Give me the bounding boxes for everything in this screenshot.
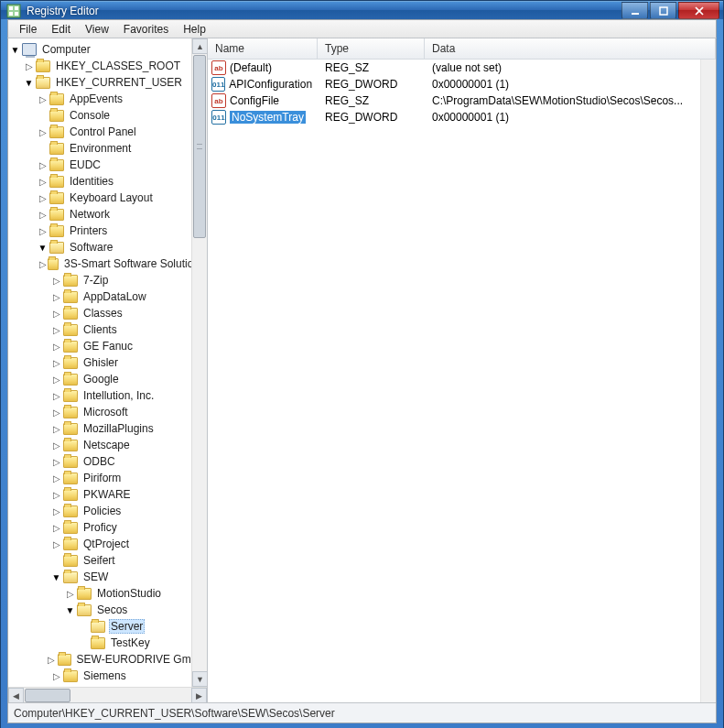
- maximize-button[interactable]: [650, 2, 676, 19]
- tree-node-hkcr[interactable]: ▷HKEY_CLASSES_ROOT: [8, 58, 207, 74]
- scroll-right-icon[interactable]: ▶: [191, 688, 207, 702]
- tree-node[interactable]: ▷PKWARE: [8, 486, 207, 503]
- tree-node[interactable]: ▷MozillaPlugins: [8, 420, 207, 437]
- collapse-icon[interactable]: ▼: [22, 78, 36, 88]
- close-button[interactable]: [678, 2, 719, 19]
- expand-icon[interactable]: ▷: [36, 210, 49, 220]
- list-row[interactable]: abConfigFileREG_SZC:\ProgramData\SEW\Mot…: [208, 92, 716, 109]
- tree-node[interactable]: ▷SEW-EURODRIVE GmbH: [8, 651, 207, 668]
- tree-node[interactable]: ▷ODBC: [8, 453, 207, 470]
- tree-node[interactable]: ▷3S-Smart Software Solutions: [8, 255, 207, 272]
- expand-icon[interactable]: ▷: [49, 391, 63, 401]
- title-bar[interactable]: Registry Editor: [1, 1, 723, 19]
- menu-edit[interactable]: Edit: [44, 21, 78, 38]
- expand-icon[interactable]: ▷: [49, 292, 63, 302]
- expand-icon[interactable]: ▷: [49, 424, 63, 434]
- expand-icon[interactable]: ▷: [49, 407, 63, 418]
- values-list[interactable]: Name Type Data ab(Default)REG_SZ(value n…: [208, 38, 716, 702]
- scroll-down-icon[interactable]: ▼: [192, 671, 208, 687]
- tree-node-hkcu[interactable]: ▼HKEY_CURRENT_USER: [8, 74, 207, 91]
- expand-icon[interactable]: ▷: [49, 539, 63, 549]
- tree-node[interactable]: Environment: [8, 140, 207, 157]
- tree-node[interactable]: ▷Siemens: [8, 668, 207, 684]
- expand-icon[interactable]: ▷: [36, 160, 49, 170]
- column-header-data[interactable]: Data: [425, 38, 716, 59]
- tree-horizontal-scrollbar[interactable]: ◀▶: [8, 687, 207, 702]
- tree-node[interactable]: ▷Netscape: [8, 437, 207, 453]
- expand-icon[interactable]: ▷: [36, 127, 49, 137]
- expand-icon[interactable]: ▷: [36, 226, 49, 236]
- menu-favorites[interactable]: Favorites: [116, 21, 176, 38]
- tree-node-software[interactable]: ▼Software: [8, 239, 207, 255]
- expand-icon[interactable]: ▷: [45, 655, 57, 665]
- collapse-icon[interactable]: ▼: [63, 605, 77, 615]
- column-header-type[interactable]: Type: [318, 38, 425, 59]
- expand-icon[interactable]: ▷: [49, 506, 63, 516]
- list-row[interactable]: 011APIConfigurationREG_DWORD0x00000001 (…: [208, 76, 716, 92]
- scroll-thumb[interactable]: [193, 55, 206, 238]
- tree-node[interactable]: ▷Piriform: [8, 470, 207, 486]
- tree-node[interactable]: ▷Control Panel: [8, 124, 207, 140]
- expand-icon[interactable]: ▷: [49, 358, 63, 368]
- scroll-left-icon[interactable]: ◀: [8, 688, 24, 702]
- tree-node[interactable]: ▷EUDC: [8, 157, 207, 173]
- tree-node[interactable]: Console: [8, 107, 207, 124]
- expand-icon[interactable]: ▷: [22, 61, 36, 71]
- collapse-icon[interactable]: ▼: [49, 572, 63, 582]
- tree-node-sew[interactable]: ▼SEW: [8, 569, 207, 585]
- tree-node[interactable]: ▷AppEvents: [8, 91, 207, 107]
- tree-node[interactable]: ▷Identities: [8, 173, 207, 190]
- expand-icon[interactable]: ▷: [36, 193, 49, 203]
- expand-icon[interactable]: ▷: [36, 177, 49, 187]
- tree-node[interactable]: ▷Network: [8, 206, 207, 223]
- expand-icon[interactable]: ▷: [36, 94, 49, 104]
- collapse-icon[interactable]: ▼: [36, 243, 49, 253]
- tree-node-server[interactable]: Server: [8, 618, 207, 635]
- tree-node[interactable]: ▷7-Zip: [8, 272, 207, 288]
- scroll-up-icon[interactable]: ▲: [192, 38, 208, 54]
- tree-node[interactable]: ▷Proficy: [8, 519, 207, 536]
- tree-node-secos[interactable]: ▼Secos: [8, 602, 207, 618]
- collapse-icon[interactable]: ▼: [8, 45, 22, 55]
- tree-node[interactable]: ▷Ghisler: [8, 354, 207, 371]
- list-row-selected[interactable]: 011NoSystemTrayREG_DWORD0x00000001 (1): [208, 109, 716, 125]
- tree-node[interactable]: ▷Keyboard Layout: [8, 190, 207, 206]
- menu-view[interactable]: View: [78, 21, 116, 38]
- expand-icon[interactable]: ▷: [49, 440, 63, 451]
- tree-node[interactable]: ▷QtProject: [8, 536, 207, 552]
- tree-node[interactable]: ▷Google: [8, 371, 207, 387]
- tree-node[interactable]: ▷Policies: [8, 503, 207, 519]
- expand-icon[interactable]: ▷: [49, 342, 63, 352]
- expand-icon[interactable]: ▷: [49, 523, 63, 533]
- tree-node[interactable]: ▷AppDataLow: [8, 288, 207, 305]
- tree-node[interactable]: ▷Printers: [8, 223, 207, 239]
- tree-node-computer[interactable]: ▼Computer: [8, 41, 207, 58]
- expand-icon[interactable]: ▷: [49, 375, 63, 385]
- tree-node[interactable]: ▷MotionStudio: [8, 585, 207, 602]
- expand-icon[interactable]: ▷: [49, 325, 63, 335]
- expand-icon[interactable]: ▷: [38, 259, 48, 269]
- tree-node[interactable]: ▷GE Fanuc: [8, 338, 207, 354]
- expand-icon[interactable]: ▷: [49, 671, 63, 681]
- tree-node[interactable]: ▷Classes: [8, 305, 207, 321]
- expand-icon[interactable]: ▷: [49, 473, 63, 484]
- column-header-name[interactable]: Name: [208, 38, 318, 59]
- minimize-button[interactable]: [621, 2, 648, 19]
- tree-node[interactable]: TestKey: [8, 635, 207, 651]
- expand-icon[interactable]: ▷: [49, 309, 63, 319]
- tree-vertical-scrollbar[interactable]: ▲▼: [191, 38, 207, 687]
- scroll-thumb[interactable]: [25, 689, 70, 702]
- expand-icon[interactable]: ▷: [49, 457, 63, 467]
- menu-help[interactable]: Help: [176, 21, 213, 38]
- tree-node[interactable]: ▷Microsoft: [8, 404, 207, 420]
- tree-node[interactable]: ▷Intellution, Inc.: [8, 387, 207, 404]
- tree-node[interactable]: Seifert: [8, 552, 207, 569]
- menu-file[interactable]: File: [12, 21, 44, 38]
- expand-icon[interactable]: ▷: [63, 589, 77, 599]
- tree-node[interactable]: ▷Clients: [8, 321, 207, 338]
- list-vertical-scrollbar[interactable]: [700, 60, 716, 702]
- list-row[interactable]: ab(Default)REG_SZ(value not set): [208, 60, 716, 76]
- expand-icon[interactable]: ▷: [49, 490, 63, 500]
- expand-icon[interactable]: ▷: [49, 276, 63, 286]
- registry-tree[interactable]: ▼Computer ▷HKEY_CLASSES_ROOT ▼HKEY_CURRE…: [8, 38, 208, 702]
